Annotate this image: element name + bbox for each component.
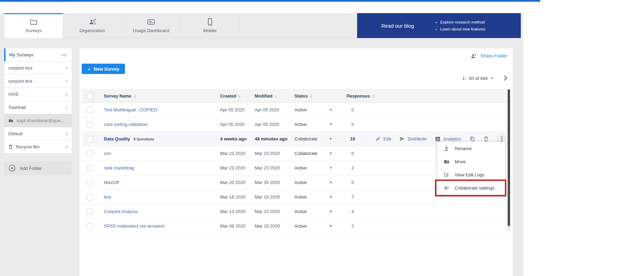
next-page-button[interactable]: [504, 75, 507, 81]
row-checkbox[interactable]: [87, 165, 93, 171]
sort-icon: ▲▼: [239, 94, 241, 98]
responses-cell: 7: [337, 194, 368, 200]
sidebar-item-conjoint-test-1[interactable]: conjoint test 0: [4, 62, 72, 75]
sidebar-item-recycle-bin[interactable]: Recycle Bin 3: [4, 140, 72, 154]
share-folder-label: Share Folder: [480, 53, 507, 58]
analytics-button[interactable]: Analytics: [435, 136, 461, 142]
sort-icon: ▲▼: [134, 94, 136, 98]
sidebar-item-conjoint-test-2[interactable]: conjoint test 0: [4, 75, 72, 88]
page-range-dropdown[interactable]: 1 - 50 of 444 ▼: [462, 76, 493, 81]
organization-people-icon: [88, 18, 97, 26]
chevron-down-icon: ▼: [329, 181, 332, 184]
usage-dashboard-icon: [147, 18, 155, 26]
header-modified[interactable]: Modified ▲▼: [247, 94, 287, 99]
survey-name-link[interactable]: Test Multilingual - COPIED: [104, 107, 157, 112]
table-row: Conjoint Analysis Mar 13 2020 Mar 23 202…: [82, 204, 510, 219]
sidebar-item-default[interactable]: Default 3: [4, 127, 72, 140]
table-row: card sorting validation Apr 05 2020 Apr …: [82, 117, 510, 132]
folder-label: Default: [8, 131, 22, 136]
status-dropdown[interactable]: Active ▼: [287, 165, 337, 171]
add-folder-button[interactable]: Add Folder: [4, 161, 72, 175]
menu-item-collaborate-settings[interactable]: Collaborate settings: [437, 181, 505, 194]
promo-bullet-list: Explore research method Learn about new …: [434, 19, 485, 33]
status-dropdown[interactable]: Active ▼: [287, 180, 337, 185]
tab-surveys[interactable]: Surveys: [4, 13, 63, 38]
row-checkbox[interactable]: [87, 180, 93, 186]
promo-banner: Read our blog Explore research method Le…: [357, 13, 521, 38]
new-survey-button[interactable]: + New Survey: [82, 64, 125, 74]
table-scrollbar[interactable]: [508, 89, 510, 226]
sidebar-item-hive[interactable]: HIVE 6: [4, 88, 72, 101]
created-cell: Mar 16 2020: [212, 194, 247, 200]
table-row: Test Multilingual - COPIED Apr 05 2020 A…: [82, 103, 510, 117]
header-created[interactable]: Created ▲▼: [212, 94, 247, 99]
status-dropdown[interactable]: Active ▼: [287, 107, 337, 112]
promo-title-link[interactable]: Read our blog: [381, 23, 414, 29]
survey-name-link[interactable]: SPSS multiselect not answerd: [104, 223, 164, 229]
folder-count: 3: [65, 145, 67, 149]
status-dropdown[interactable]: Collaborate ▼: [287, 151, 337, 156]
menu-item-move[interactable]: Move: [437, 155, 505, 168]
menu-item-label: Collaborate settings: [455, 185, 495, 191]
folder-icon: [8, 118, 13, 123]
survey-name-link[interactable]: Data Quality: [104, 136, 130, 141]
move-folder-icon: [443, 159, 450, 164]
copy-icon[interactable]: [470, 136, 475, 142]
edit-logs-icon: [443, 172, 450, 177]
row-checkbox[interactable]: [87, 136, 93, 142]
chevron-down-icon: ▼: [329, 123, 332, 126]
status-label: Collaborate: [294, 151, 318, 156]
survey-name-link[interactable]: test: [104, 194, 111, 200]
responses-cell: 10: [337, 136, 368, 141]
pagination: 1 - 50 of 444 ▼: [462, 75, 507, 81]
chevron-down-icon: ▼: [329, 166, 332, 169]
sidebar-item-my-surveys[interactable]: My Surveys 441: [4, 48, 72, 62]
menu-item-view-edit-logs[interactable]: View Edit Logs: [437, 168, 505, 181]
page-range-label: 1 - 50 of 444: [462, 76, 488, 81]
status-dropdown[interactable]: Collaborate ▼: [287, 136, 337, 141]
analytics-label: Analytics: [443, 136, 461, 141]
tab-mobile[interactable]: Mobile: [181, 13, 239, 38]
tab-label: Organization: [80, 28, 105, 33]
add-circle-icon: [8, 164, 16, 172]
select-all-checkbox[interactable]: [87, 93, 93, 99]
sidebar-item-townhall[interactable]: Townhall 1: [4, 101, 72, 114]
header-responses[interactable]: Responses ▲▼: [337, 94, 368, 99]
tab-label: Usage Dashboard: [133, 28, 169, 33]
survey-name-link[interactable]: MaxDiff: [104, 180, 119, 185]
folder-label: My Surveys: [9, 52, 34, 57]
status-dropdown[interactable]: Active ▼: [287, 194, 337, 200]
menu-item-rename[interactable]: A Rename: [437, 142, 505, 155]
add-folder-label: Add Folder: [20, 166, 42, 171]
tab-label: Mobile: [203, 28, 216, 33]
sidebar-item-kapil-group[interactable]: kapil.khandekar@que...: [4, 114, 72, 127]
tab-usage-dashboard[interactable]: Usage Dashboard: [122, 13, 181, 38]
survey-name-link[interactable]: rank /card/drag: [104, 165, 134, 171]
status-label: Collaborate: [294, 136, 318, 141]
row-checkbox[interactable]: [87, 223, 93, 229]
row-checkbox[interactable]: [87, 194, 93, 200]
status-dropdown[interactable]: Active ▼: [287, 122, 337, 127]
chevron-down-icon: ▼: [329, 210, 332, 213]
share-folder-button[interactable]: Share Folder: [470, 53, 507, 59]
edit-button[interactable]: Edit: [375, 136, 391, 141]
header-survey-name[interactable]: Survey Name ▲▼: [98, 94, 212, 99]
bar-chart-icon: [435, 136, 441, 142]
tab-organization[interactable]: Organization: [63, 13, 122, 38]
new-survey-label: New Survey: [94, 66, 119, 72]
status-dropdown[interactable]: Active ▼: [287, 209, 337, 214]
survey-name-link[interactable]: Conjoint Analysis: [104, 209, 138, 214]
header-status[interactable]: Status ▲▼: [287, 94, 337, 99]
row-checkbox[interactable]: [87, 121, 93, 128]
row-checkbox[interactable]: [87, 209, 93, 215]
chevron-down-icon: ▼: [491, 77, 493, 80]
distribute-button[interactable]: Distribute: [399, 136, 427, 141]
paper-plane-icon: [399, 136, 405, 141]
row-checkbox[interactable]: [87, 150, 93, 157]
row-checkbox[interactable]: [87, 107, 93, 113]
survey-name-link[interactable]: con: [104, 151, 111, 156]
status-dropdown[interactable]: Active ▼: [287, 223, 337, 229]
plus-icon: +: [88, 66, 91, 72]
delete-icon[interactable]: [483, 136, 489, 142]
survey-name-link[interactable]: card sorting validation: [104, 122, 147, 127]
